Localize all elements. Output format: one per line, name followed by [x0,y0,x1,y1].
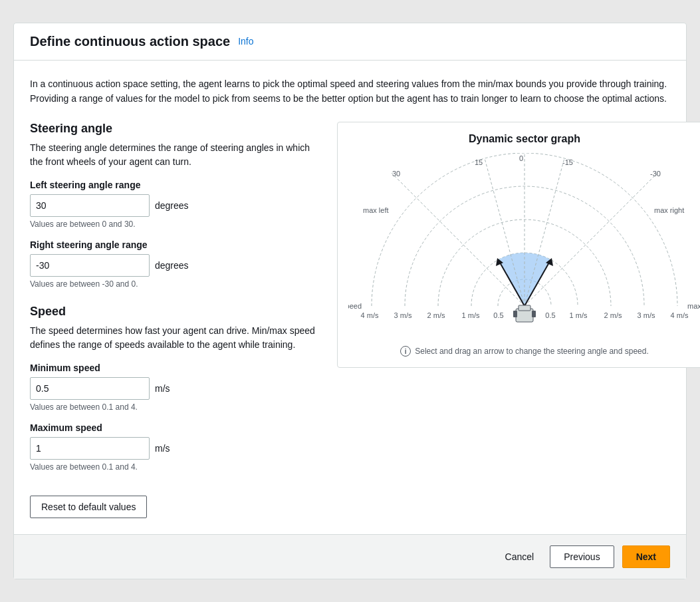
left-steering-input[interactable] [30,194,150,217]
right-steering-input-row: degrees [30,254,316,277]
max-speed-hint: Values are between 0.1 and 4. [30,462,316,472]
steering-title: Steering angle [30,122,316,136]
cancel-button[interactable]: Cancel [497,546,542,567]
left-steering-unit: degrees [155,200,189,211]
graph-title: Dynamic sector graph [348,133,700,145]
svg-text:2 m/s: 2 m/s [604,311,622,319]
info-link[interactable]: Info [238,36,253,47]
svg-rect-30 [513,311,517,317]
left-steering-label: Left steering angle range [30,180,316,190]
caption-info-icon: i [400,346,411,357]
graph-caption-text: Select and drag an arrow to change the s… [415,347,649,356]
svg-text:1 m/s: 1 m/s [570,311,588,319]
svg-rect-31 [532,311,536,317]
right-column: Dynamic sector graph .arc-line { fill: n… [337,122,700,368]
max-speed-group: Maximum speed m/s Values are between 0.1… [30,422,316,472]
graph-container: Dynamic sector graph .arc-line { fill: n… [337,122,700,368]
description-text: In a continuous action space setting, th… [30,76,670,106]
right-steering-input[interactable] [30,254,150,277]
svg-rect-29 [519,305,530,311]
content-row: Steering angle The steering angle determ… [30,122,670,518]
svg-text:0.5: 0.5 [545,311,555,319]
min-speed-hint: Values are between 0.1 and 4. [30,402,316,412]
reset-button[interactable]: Reset to default values [30,496,147,518]
svg-line-4 [525,173,657,306]
left-steering-hint: Values are between 0 and 30. [30,220,316,229]
svg-text:max right: max right [654,206,684,214]
svg-text:0: 0 [519,154,523,162]
max-speed-input-row: m/s [30,437,316,460]
left-column: Steering angle The steering angle determ… [30,122,316,518]
svg-text:3 m/s: 3 m/s [394,311,412,319]
graph-caption: i Select and drag an arrow to change the… [348,346,700,357]
main-panel: Define continuous action space Info In a… [13,23,687,580]
panel-header: Define continuous action space Info [14,23,686,61]
footer: Cancel Previous Next [14,534,686,579]
speed-desc: The speed determines how fast your agent… [30,324,316,352]
min-speed-group: Minimum speed m/s Values are between 0.1… [30,363,316,412]
svg-text:0.5: 0.5 [493,311,503,319]
svg-text:3 m/s: 3 m/s [638,311,655,319]
max-speed-input[interactable] [30,437,150,460]
sector-graph-svg: .arc-line { fill: none; stroke: #aab7b8;… [348,153,700,339]
steering-section: Steering angle The steering angle determ… [30,122,316,289]
max-speed-label: Maximum speed [30,422,316,433]
right-steering-unit: degrees [155,260,189,271]
steering-desc: The steering angle determines the range … [30,141,316,169]
svg-text:-30: -30 [650,170,661,178]
svg-text:max left: max left [363,206,389,214]
svg-text:max speed: max speed [687,302,700,310]
speed-section: Speed The speed determines how fast your… [30,305,316,518]
svg-text:15: 15 [475,158,483,166]
next-button[interactable]: Next [622,545,670,568]
min-speed-input[interactable] [30,377,150,400]
left-steering-group: Left steering angle range degrees Values… [30,180,316,229]
right-steering-hint: Values are between -30 and 0. [30,279,316,289]
panel-body: In a continuous action space setting, th… [14,61,686,535]
right-steering-group: Right steering angle range degrees Value… [30,239,316,289]
svg-text:30: 30 [392,170,400,178]
left-steering-input-row: degrees [30,194,316,217]
svg-line-3 [392,173,525,306]
svg-text:4 m/s: 4 m/s [671,311,689,319]
min-speed-unit: m/s [155,383,170,394]
svg-text:4 m/s: 4 m/s [361,311,379,319]
svg-text:1 m/s: 1 m/s [462,311,480,319]
graph-svg-wrapper: .arc-line { fill: none; stroke: #aab7b8;… [348,153,700,339]
right-steering-label: Right steering angle range [30,239,316,250]
max-speed-unit: m/s [155,443,170,454]
min-speed-input-row: m/s [30,377,316,400]
min-speed-label: Minimum speed [30,363,316,373]
previous-button[interactable]: Previous [550,545,614,568]
svg-text:max speed: max speed [348,302,362,310]
speed-title: Speed [30,305,316,319]
svg-text:2 m/s: 2 m/s [427,311,445,319]
svg-text:-15: -15 [562,158,573,166]
panel-title: Define continuous action space [30,34,230,49]
